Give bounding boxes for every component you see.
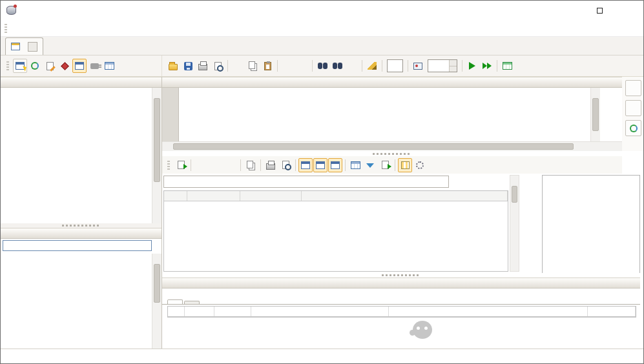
execute-script-button[interactable] bbox=[480, 59, 494, 73]
column-header-description[interactable] bbox=[302, 191, 508, 201]
previous-query-button[interactable] bbox=[625, 80, 641, 96]
horizontal-splitter[interactable] bbox=[1, 223, 161, 228]
find-replace-button[interactable] bbox=[330, 59, 344, 73]
go-dropdown[interactable] bbox=[387, 59, 403, 72]
menu-execute[interactable] bbox=[41, 26, 52, 31]
search-options-button[interactable] bbox=[487, 176, 498, 187]
save-button[interactable] bbox=[181, 59, 195, 73]
select-all-header[interactable] bbox=[164, 191, 187, 201]
format-sql-button[interactable] bbox=[365, 59, 379, 73]
row-limit-button[interactable] bbox=[411, 59, 425, 73]
find-button[interactable] bbox=[315, 59, 329, 73]
sql-vertical-scrollbar[interactable] bbox=[590, 88, 600, 141]
menu-donate[interactable] bbox=[62, 26, 72, 31]
sort-button[interactable] bbox=[345, 59, 359, 73]
tab-close-button[interactable] bbox=[28, 42, 37, 52]
layout-split-toggle[interactable] bbox=[313, 158, 327, 172]
search-next-button[interactable] bbox=[462, 176, 473, 187]
result-grid-button[interactable] bbox=[500, 59, 514, 73]
filter-data-button[interactable] bbox=[363, 158, 377, 172]
search-previous-button[interactable] bbox=[475, 176, 486, 187]
scroll-left-icon[interactable] bbox=[162, 142, 172, 151]
paste-button[interactable] bbox=[260, 59, 275, 73]
tables-scrollbar[interactable] bbox=[152, 254, 161, 350]
column-header-categoryid[interactable] bbox=[187, 191, 240, 201]
sql-code-area[interactable] bbox=[180, 88, 590, 141]
scroll-down-icon[interactable] bbox=[591, 132, 601, 141]
log-header-time[interactable] bbox=[214, 307, 251, 316]
add-row-button[interactable] bbox=[194, 158, 208, 172]
undo-button[interactable] bbox=[280, 59, 295, 73]
horizontal-splitter[interactable] bbox=[162, 152, 622, 156]
layout-grid-icon bbox=[301, 161, 310, 169]
max-rows-input[interactable] bbox=[428, 60, 449, 72]
print-button[interactable] bbox=[196, 59, 210, 73]
scroll-up-icon[interactable] bbox=[510, 176, 519, 185]
refresh-connection-button[interactable] bbox=[28, 59, 42, 73]
edit-connection-button[interactable] bbox=[43, 59, 57, 73]
scroll-down-icon[interactable] bbox=[510, 262, 519, 271]
scrollbar-thumb[interactable] bbox=[173, 143, 574, 150]
scroll-right-icon[interactable] bbox=[612, 142, 622, 151]
column-chooser-button[interactable] bbox=[398, 158, 412, 172]
tab-sql-editor[interactable] bbox=[5, 37, 43, 55]
menu-connections[interactable] bbox=[31, 26, 41, 31]
rows-spin-up-button[interactable] bbox=[450, 60, 457, 66]
rows-spin-down-button[interactable] bbox=[450, 66, 457, 72]
new-editor-button[interactable] bbox=[72, 59, 87, 73]
log-header-timetaken[interactable] bbox=[588, 307, 636, 316]
refresh-query-button[interactable] bbox=[625, 120, 641, 136]
menu-help[interactable] bbox=[52, 26, 62, 31]
sql-editor-button[interactable] bbox=[13, 59, 27, 73]
menu-view[interactable] bbox=[21, 26, 31, 31]
horizontal-splitter[interactable] bbox=[162, 273, 640, 278]
post-changes-button[interactable] bbox=[209, 158, 223, 172]
tab-table[interactable] bbox=[167, 299, 183, 304]
execute-button[interactable] bbox=[465, 59, 479, 73]
search-input[interactable] bbox=[163, 176, 449, 188]
scroll-up-icon[interactable] bbox=[152, 88, 162, 97]
scrollbar-thumb[interactable] bbox=[512, 186, 517, 203]
connections-scrollbar[interactable] bbox=[152, 88, 161, 223]
layout-form-toggle[interactable] bbox=[328, 158, 342, 172]
close-button[interactable] bbox=[614, 1, 643, 20]
scrollbar-thumb[interactable] bbox=[154, 264, 160, 303]
log-header-status[interactable] bbox=[185, 307, 214, 316]
clear-search-button[interactable] bbox=[450, 176, 461, 187]
stop-button[interactable] bbox=[57, 59, 72, 73]
next-query-button[interactable] bbox=[625, 100, 641, 116]
layout-grid-toggle[interactable] bbox=[298, 158, 313, 172]
sql-horizontal-scrollbar[interactable] bbox=[162, 141, 622, 151]
results-grid-scrollbar[interactable] bbox=[510, 175, 519, 272]
log-header-n[interactable] bbox=[168, 307, 185, 316]
grid-mode-icon bbox=[105, 62, 114, 70]
scroll-up-icon[interactable] bbox=[152, 254, 162, 263]
maximize-button[interactable] bbox=[585, 1, 614, 20]
print-data-button[interactable] bbox=[264, 158, 278, 172]
scrollbar-thumb[interactable] bbox=[154, 98, 160, 182]
scroll-up-icon[interactable] bbox=[591, 88, 601, 97]
scroll-down-icon[interactable] bbox=[152, 214, 162, 223]
open-file-button[interactable] bbox=[166, 59, 180, 73]
redo-button[interactable] bbox=[295, 59, 309, 73]
copy-data-button[interactable] bbox=[244, 158, 258, 172]
column-header-categoryname[interactable] bbox=[240, 191, 302, 201]
disconnect-button[interactable] bbox=[87, 59, 101, 73]
log-header-message[interactable] bbox=[389, 307, 588, 316]
menu-file[interactable] bbox=[10, 26, 21, 31]
scrollbar-thumb[interactable] bbox=[592, 98, 599, 131]
copy-button[interactable] bbox=[245, 59, 260, 73]
log-header-sql[interactable] bbox=[251, 307, 389, 316]
print-preview-button[interactable] bbox=[211, 59, 225, 73]
refresh-data-button[interactable] bbox=[174, 158, 188, 172]
preview-data-button[interactable] bbox=[278, 158, 293, 172]
goto-row-button[interactable] bbox=[348, 158, 362, 172]
database-browser-window bbox=[0, 0, 644, 364]
minimize-button[interactable] bbox=[556, 1, 585, 20]
grid-settings-button[interactable] bbox=[413, 158, 427, 172]
cut-button[interactable] bbox=[231, 59, 245, 73]
export-data-button[interactable] bbox=[378, 158, 392, 172]
tables-filter-input[interactable] bbox=[3, 240, 152, 251]
grid-mode-button[interactable] bbox=[102, 59, 116, 73]
delete-row-button[interactable] bbox=[223, 158, 238, 172]
